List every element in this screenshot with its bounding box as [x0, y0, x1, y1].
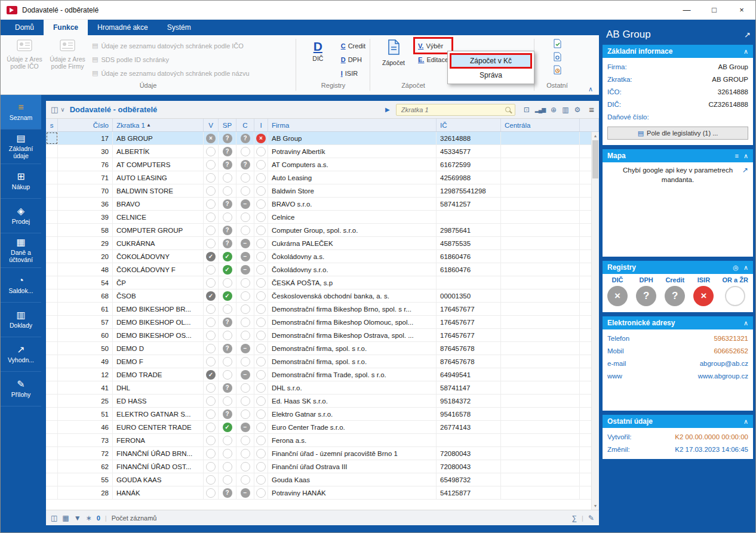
table-row[interactable]: 76AT COMPUTERS??AT Computers a.s.6167259… — [46, 158, 599, 171]
collapse-icon[interactable]: ∧ — [743, 48, 748, 56]
snowflake-icon[interactable]: ∗ — [86, 514, 92, 522]
table-menu-icon[interactable]: ≡ — [589, 104, 594, 115]
ribbon-credit-button[interactable]: CCredit — [338, 39, 368, 53]
table-row[interactable]: 72FINANČNÍ ÚŘAD BRN...Finanční úřad - úz… — [46, 447, 599, 460]
table-row[interactable]: 12DEMO TRADE✓−Demonstrační firma Trade, … — [46, 368, 599, 381]
scroll-down-icon[interactable]: ▾ — [592, 502, 599, 510]
table-row[interactable]: 20ČOKOLÁDOVNY✓✓−Čokoládovny a.s.61860476 — [46, 250, 599, 263]
maximize-button[interactable]: □ — [700, 1, 728, 19]
table-row[interactable]: 57DEMO BIKESHOP OL...?Demonstrační firma… — [46, 316, 599, 329]
collapse-icon[interactable]: ∧ — [743, 264, 748, 272]
table-row[interactable]: 70BALDWIN STOREBaldwin Store129875541298 — [46, 184, 599, 198]
column-header-zkratka-1[interactable]: Zkratka 1▲ — [113, 119, 204, 131]
column-header-číslo[interactable]: Číslo — [58, 119, 113, 131]
menu-item-zapocet-v-kc[interactable]: Zápočet v Kč — [450, 53, 532, 69]
tab-hromadné-akce[interactable]: Hromadné akce — [88, 20, 158, 35]
collapse-icon[interactable]: ∧ — [743, 418, 748, 426]
column-header-firma[interactable]: Firma — [268, 119, 437, 131]
ribbon-isir-button[interactable]: IISIR — [338, 66, 368, 80]
panes-icon[interactable]: ◫ — [51, 514, 57, 522]
calendar-icon[interactable]: ▦ — [62, 514, 69, 522]
ribbon-dph-button[interactable]: DDPH — [338, 53, 368, 66]
table-row[interactable]: 39CELNICECelnice — [46, 211, 599, 224]
table-row[interactable]: 51ELEKTRO GATNAR S...?Elektro Gatnar s.r… — [46, 408, 599, 421]
tab-funkce[interactable]: Funkce — [44, 20, 88, 35]
table-row[interactable]: 60DEMO BIKESHOP OS...Demonstrační firma … — [46, 329, 599, 342]
sidebar-item-taxes[interactable]: ▦Daně a účtování — [1, 233, 41, 268]
sidebar-item-menu[interactable]: ≡Seznam — [1, 95, 41, 130]
open-external-icon[interactable]: ↗ — [744, 30, 751, 39]
play-icon[interactable]: ▶ — [385, 106, 390, 113]
sidebar-item-attachments[interactable]: ✎Přílohy — [1, 372, 41, 406]
table-row[interactable]: 46EURO CENTER TRADE✓−Euro Center Trade s… — [46, 421, 599, 434]
tab-systém[interactable]: Systém — [158, 20, 201, 35]
table-row[interactable]: 17AB GROUP×??×AB Group32614888 — [46, 132, 599, 145]
collapse-icon[interactable]: ∧ — [743, 319, 748, 327]
document-refresh-icon[interactable] — [553, 51, 562, 63]
column-header-centrála[interactable]: Centrála — [501, 119, 580, 131]
pole-dle-legislativy-button[interactable]: ▤ Pole dle legislativy (1) ... — [607, 127, 748, 140]
column-header-sp[interactable]: SP — [219, 119, 236, 131]
ribbon-vyber-button[interactable]: V.Výběr — [415, 39, 451, 53]
table-row[interactable]: 50DEMO D?−Demonstrační firma, spol. s r.… — [46, 342, 599, 355]
dic-button[interactable]: D DIČ — [298, 38, 338, 62]
column-header-c[interactable]: C — [236, 119, 254, 131]
record-count-label[interactable]: Počet záznamů — [112, 514, 157, 522]
list-icon[interactable]: ≡ — [735, 152, 739, 159]
table-row[interactable]: 62FINANČNÍ ÚŘAD OST...Finanční úřad Ostr… — [46, 460, 599, 473]
table-row[interactable]: 25ED HASSEd. Haas SK s.r.o.95184372 — [46, 395, 599, 408]
section-header[interactable]: Ostatní údaje ∧ — [603, 415, 753, 428]
scrollbar-thumb[interactable] — [592, 140, 598, 178]
close-button[interactable]: × — [728, 1, 755, 19]
history-clock-icon[interactable] — [553, 64, 562, 76]
scroll-up-icon[interactable]: ▴ — [592, 132, 599, 140]
sidebar-item-details[interactable]: ▤Základní údaje — [1, 130, 41, 164]
chevron-down-icon[interactable]: ∨ — [60, 106, 64, 113]
columns-icon[interactable]: ▥ — [562, 106, 568, 114]
table-row[interactable]: 73FERONAFerona a.s. — [46, 434, 599, 447]
document-check-icon[interactable] — [553, 38, 562, 50]
column-header-ič[interactable]: IČ — [437, 119, 501, 131]
map-icon[interactable]: ⊕ — [551, 106, 557, 114]
chart-icon[interactable]: ▂▄▆ — [535, 107, 545, 113]
table-row[interactable]: 71AUTO LEASINGAuto Leasing42569988 — [46, 171, 599, 184]
section-header[interactable]: Mapa ≡∧ — [603, 149, 753, 162]
tab-domů[interactable]: Domů — [5, 20, 44, 35]
sidebar-item-sale[interactable]: ◈Prodej — [1, 199, 41, 233]
sidebar-item-purchase[interactable]: ⊞Nákup — [1, 164, 41, 199]
table-row[interactable]: 49DEMO FDemonstrační firma, spol. s r.o.… — [46, 355, 599, 368]
table-row[interactable]: 41DHL?DHL s.r.o.58741147 — [46, 381, 599, 395]
table-row[interactable]: 30ALBERTÍK?Potraviny Albertík45334577 — [46, 145, 599, 158]
search-input[interactable] — [396, 104, 515, 116]
table-row[interactable]: 61DEMO BIKESHOP BR...Demonstrační firma … — [46, 303, 599, 316]
sidebar-item-documents[interactable]: ▥Doklady — [1, 303, 41, 337]
ribbon-collapse-icon[interactable]: ∧ — [588, 85, 593, 93]
table-row[interactable]: 55GOUDA KAASGouda Kaas65498732 — [46, 473, 599, 486]
sidebar-item-evaluation[interactable]: ↗Vyhodn... — [1, 337, 41, 372]
section-header[interactable]: Elektronické adresy ∧ — [603, 316, 753, 329]
sum-icon[interactable]: ∑ — [572, 514, 577, 522]
column-header-s[interactable]: s — [46, 119, 58, 131]
table-row[interactable]: 48ČOKOLÁDOVNY F✓−Čokoládovny s.r.o.61860… — [46, 263, 599, 276]
verify-icon[interactable]: ◎ — [733, 264, 739, 272]
book-view-icon[interactable]: ◫ — [51, 105, 58, 114]
table-row[interactable]: 58COMPUTER GROUP?Computer Group, spol. s… — [46, 224, 599, 237]
edit-pencil-icon[interactable]: ✎ — [588, 514, 594, 522]
table-row[interactable]: 54ČPČESKÁ POŠTA, s.p — [46, 276, 599, 289]
section-header[interactable]: Základní informace ∧ — [603, 45, 753, 58]
column-header-i[interactable]: I — [254, 119, 268, 131]
section-header[interactable]: Registry ◎∧ — [603, 261, 753, 274]
settings-gear-icon[interactable]: ⚙ — [574, 106, 580, 114]
collapse-icon[interactable]: ∧ — [743, 152, 748, 160]
column-header-v[interactable]: V — [204, 119, 219, 131]
sidebar-item-saldo[interactable]: ◔Saldok... — [1, 268, 41, 303]
filter-icon[interactable]: ▼ — [74, 514, 81, 522]
open-external-icon[interactable]: ↗ — [742, 166, 748, 174]
zapocet-button[interactable]: Zápočet — [372, 38, 415, 66]
menu-item-sprava[interactable]: Správa — [450, 69, 532, 82]
minimize-button[interactable]: — — [673, 1, 700, 19]
table-row[interactable]: 29CUKRÁRNA?−Cukrárna PALEČEK45875535 — [46, 237, 599, 250]
print-icon[interactable]: ⊡ — [524, 106, 530, 114]
vertical-scrollbar[interactable]: ▴ ▾ — [591, 132, 599, 510]
ribbon-editace-button[interactable]: E.Editace — [415, 53, 451, 66]
